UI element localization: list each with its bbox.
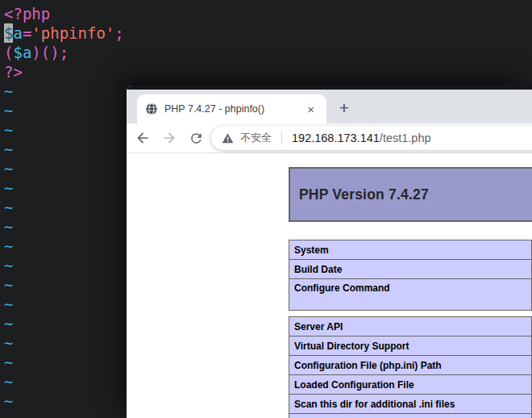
table-row: Configure Command: [289, 279, 531, 310]
table-row: Scan this dir for additional .ini files: [289, 395, 531, 414]
table-row: Loaded Configuration File: [289, 375, 531, 395]
address-bar[interactable]: 不安全 192.168.173.141/test1.php: [211, 126, 532, 150]
table-row: System: [289, 240, 531, 260]
code-line: <?php: [4, 4, 532, 23]
globe-favicon-icon: [145, 102, 158, 115]
url-text: 192.168.173.141/test1.php: [292, 132, 431, 144]
url-path: /test1.php: [380, 132, 431, 144]
not-secure-label: 不安全: [240, 131, 272, 145]
not-secure-warning-icon: [222, 132, 234, 144]
table-row: Virtual Directory Support: [289, 336, 531, 356]
page-content: PHP Version 7.4.27 SystemBuild DateConfi…: [127, 153, 532, 418]
table-row: Configuration File (php.ini) Path: [289, 356, 531, 375]
url-host: 192.168.173.141: [292, 132, 380, 144]
new-tab-button[interactable]: +: [333, 97, 355, 119]
code-line: ($a)();: [4, 43, 532, 62]
forward-button[interactable]: [161, 130, 177, 146]
browser-toolbar: 不安全 192.168.173.141/test1.php: [127, 123, 532, 153]
browser-window: PHP 7.4.27 - phpinfo() × +: [127, 86, 532, 418]
code-line: ?>: [4, 62, 532, 82]
code-block: <?php$a='phpinfo';($a)();?>: [4, 4, 532, 82]
back-button[interactable]: [135, 130, 151, 146]
code-line: $a='phpinfo';: [4, 23, 532, 43]
tab-strip: PHP 7.4.27 - phpinfo() × +: [127, 90, 532, 123]
tab-title: PHP 7.4.27 - phpinfo(): [164, 103, 297, 115]
tab-close-icon[interactable]: ×: [303, 102, 318, 117]
table-row-partial: [289, 414, 531, 418]
reload-button[interactable]: [188, 130, 204, 146]
omnibox-divider: [281, 132, 282, 144]
phpinfo-version-header: PHP Version 7.4.27: [289, 167, 532, 222]
table-row: Build Date: [289, 260, 531, 279]
table-row: Server API: [289, 317, 531, 336]
browser-tab-phpinfo[interactable]: PHP 7.4.27 - phpinfo() ×: [137, 94, 326, 123]
phpinfo-table-config: Server APIVirtual Directory SupportConfi…: [289, 316, 532, 418]
phpinfo-table-general: SystemBuild DateConfigure Command: [289, 240, 532, 311]
